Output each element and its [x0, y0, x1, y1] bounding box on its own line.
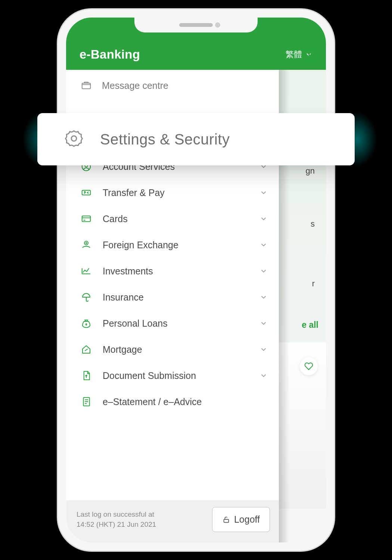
chevron-down-icon [259, 319, 268, 327]
settings-security-highlight[interactable]: Settings & Security [37, 113, 355, 165]
inbox-icon [80, 79, 93, 92]
gear-shield-icon [64, 129, 84, 150]
svg-point-0 [71, 136, 77, 141]
language-label: 繁體 [286, 49, 302, 60]
unlock-icon [222, 516, 230, 524]
last-logon-text: Last log on successful at 14:52 (HKT) 21… [77, 510, 156, 529]
menu-item-estatement[interactable]: e–Statement / e–Advice [66, 389, 279, 415]
menu-item-cards[interactable]: Cards [66, 206, 279, 232]
screen: H e-Banking 繁體 Edit gn s r e all Message… [66, 18, 326, 542]
menu-item-transfer-pay[interactable]: Transfer & Pay [66, 180, 279, 206]
chevron-down-icon [259, 267, 268, 275]
bg-see-all-link[interactable]: e all [302, 320, 318, 330]
fx-hand-icon [80, 238, 93, 252]
house-percent-icon [80, 343, 93, 356]
document-upload-icon [80, 369, 93, 382]
menu-item-personal-loans[interactable]: Personal Loans [66, 310, 279, 336]
umbrella-icon [80, 290, 93, 304]
message-centre-label: Message centre [102, 80, 168, 91]
menu-list: Account Services Transfer & Pay Cards Fo… [66, 153, 279, 500]
money-bag-icon [80, 317, 93, 330]
chevron-down-icon [259, 215, 268, 223]
menu-label: Insurance [103, 292, 250, 303]
chevron-down-icon [259, 241, 268, 249]
svg-rect-1 [82, 83, 91, 89]
logoff-label: Logoff [234, 514, 260, 525]
menu-item-investments[interactable]: Investments [66, 258, 279, 284]
menu-label: Cards [103, 214, 250, 224]
svg-rect-4 [82, 190, 91, 195]
settings-security-label: Settings & Security [100, 131, 230, 148]
menu-label: Mortgage [103, 344, 250, 355]
menu-item-document-submission[interactable]: Document Submission [66, 363, 279, 389]
menu-label: e–Statement / e–Advice [103, 396, 268, 407]
document-lines-icon [80, 395, 93, 408]
bg-text-fragment: s [311, 219, 315, 229]
transfer-icon [80, 186, 93, 199]
app-title: e-Banking [80, 47, 140, 62]
bg-text-fragment: r [312, 279, 315, 289]
phone-frame: H e-Banking 繁體 Edit gn s r e all Message… [58, 9, 334, 551]
svg-rect-8 [224, 519, 229, 522]
menu-label: Foreign Exchange [103, 240, 250, 251]
svg-rect-5 [82, 216, 91, 222]
bg-text-fragment: gn [306, 166, 315, 176]
chevron-down-icon [259, 345, 268, 354]
favorite-heart-icon[interactable] [300, 357, 318, 375]
phone-notch [134, 18, 258, 32]
chevron-down-icon [259, 371, 268, 380]
chevron-down-icon [259, 189, 268, 197]
menu-label: Document Submission [103, 370, 250, 381]
menu-label: Investments [103, 266, 250, 277]
menu-item-mortgage[interactable]: Mortgage [66, 336, 279, 363]
logoff-button[interactable]: Logoff [212, 507, 270, 532]
drawer-footer: Last log on successful at 14:52 (HKT) 21… [66, 500, 279, 542]
menu-label: Personal Loans [103, 318, 250, 329]
chevron-down-icon [259, 293, 268, 301]
menu-label: Transfer & Pay [103, 187, 250, 198]
chat-fab-icon[interactable]: H [303, 47, 319, 64]
menu-item-foreign-exchange[interactable]: Foreign Exchange [66, 232, 279, 258]
menu-item-insurance[interactable]: Insurance [66, 284, 279, 310]
card-icon [80, 212, 93, 225]
chart-line-icon [80, 264, 93, 278]
menu-item-message-centre[interactable]: Message centre [66, 70, 279, 101]
